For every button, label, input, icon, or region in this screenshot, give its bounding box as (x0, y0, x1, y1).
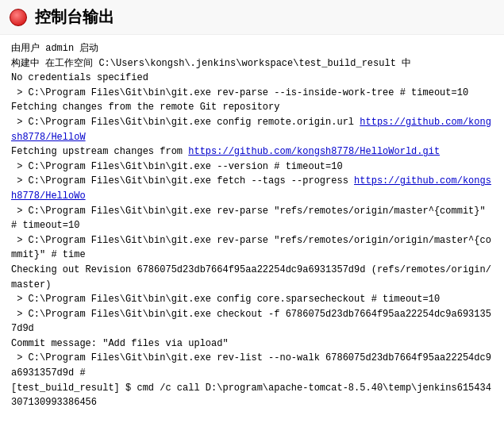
console-line: > C:\Program Files\Git\bin\git.exe rev-p… (11, 233, 493, 263)
console-line: Fetching upstream changes from https://g… (11, 144, 493, 160)
console-line (11, 410, 493, 423)
console-header: 控制台输出 (0, 0, 504, 35)
console-line: > C:\Program Files\Git\bin\git.exe confi… (11, 292, 493, 307)
console-line: No credentials specified (11, 71, 493, 86)
console-output: 由用户 admin 启动构建中 在工作空间 C:\Users\kongsh\.j… (0, 35, 504, 423)
console-line: > C:\Program Files\Git\bin\git.exe check… (11, 307, 493, 336)
stop-icon[interactable] (10, 9, 27, 26)
console-line: > C:\Program Files\Git\bin\git.exe fetch… (11, 174, 493, 203)
console-line: > C:\Program Files\Git\bin\git.exe rev-p… (11, 86, 493, 101)
console-line: 构建中 在工作空间 C:\Users\kongsh\.jenkins\works… (11, 56, 493, 71)
git-url-link[interactable]: https://github.com/kongsh8778/HelloW (11, 117, 491, 143)
console-line: > C:\Program Files\Git\bin\git.exe --ver… (11, 160, 493, 175)
console-line: [test_build_result] $ cmd /c call D:\pro… (11, 381, 493, 410)
console-line: Fetching changes from the remote Git rep… (11, 100, 493, 115)
console-line: Checking out Revision 6786075d23db7664f9… (11, 263, 493, 292)
git-fetch-url-link[interactable]: https://github.com/kongsh8778/HelloWorld… (188, 146, 440, 157)
console-line: Commit message: "Add files via upload" (11, 336, 493, 352)
console-line: 由用户 admin 启动 (11, 41, 493, 56)
console-line: > C:\Program Files\Git\bin\git.exe rev-p… (11, 204, 493, 233)
git-progress-url-link[interactable]: https://github.com/kongsh8778/HelloWo (11, 175, 491, 202)
console-line: > C:\Program Files\Git\bin\git.exe confi… (11, 115, 493, 144)
page-title: 控制台输出 (35, 6, 114, 28)
console-line: > C:\Program Files\Git\bin\git.exe rev-l… (11, 351, 493, 380)
